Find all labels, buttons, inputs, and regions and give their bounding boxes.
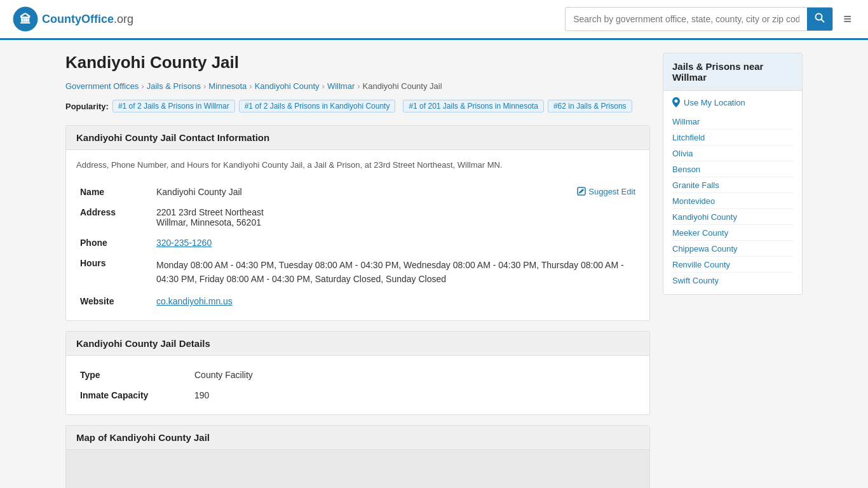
sidebar-body: Use My Location Willmar Litchfield Olivi… (663, 91, 802, 294)
search-button[interactable] (807, 8, 832, 30)
breadcrumb-current: Kandiyohi County Jail (363, 81, 442, 91)
map-section-header: Map of Kandiyohi County Jail (66, 426, 649, 450)
content-area: Kandiyohi County Jail Government Offices… (65, 53, 650, 488)
phone-label: Phone (76, 233, 153, 253)
search-input[interactable] (566, 9, 807, 29)
contact-description: Address, Phone Number, and Hours for Kan… (76, 159, 639, 172)
svg-line-3 (822, 20, 825, 23)
contact-info-table: Name Kandiyohi County Jail Suggest Edit (76, 182, 639, 312)
sidebar-link-2[interactable]: Olivia (672, 149, 693, 158)
header-right: ≡ (565, 7, 855, 31)
sidebar-link-5[interactable]: Montevideo (672, 196, 715, 206)
menu-button[interactable]: ≡ (839, 8, 855, 30)
details-section: Kandiyohi County Jail Details Type Count… (65, 331, 650, 415)
map-placeholder (66, 450, 649, 488)
pop-badge-1: #1 of 2 Jails & Prisons in Kandiyohi Cou… (239, 100, 396, 112)
list-item: Kandiyohi County (672, 209, 793, 225)
details-table: Type County Facility Inmate Capacity 190 (76, 365, 639, 405)
list-item: Montevideo (672, 193, 793, 209)
sidebar-link-9[interactable]: Renville County (672, 260, 730, 269)
address-value: 2201 23rd Street Northeast Willmar, Minn… (153, 202, 639, 233)
sidebar: Jails & Prisons near Willmar Use My Loca… (663, 53, 803, 488)
address-line2: Willmar, Minnesota, 56201 (156, 217, 635, 227)
sidebar-link-10[interactable]: Swift County (672, 276, 719, 285)
breadcrumb-link-minnesota[interactable]: Minnesota (208, 81, 247, 91)
capacity-value: 190 (191, 385, 639, 405)
main-wrapper: Kandiyohi County Jail Government Offices… (53, 40, 815, 488)
page-title: Kandiyohi County Jail (65, 53, 650, 72)
list-item: Litchfield (672, 130, 793, 146)
table-row-address: Address 2201 23rd Street Northeast Willm… (76, 202, 639, 233)
list-item: Granite Falls (672, 177, 793, 193)
hours-label: Hours (76, 253, 153, 292)
pop-badge-0: #1 of 2 Jails & Prisons in Willmar (112, 100, 235, 112)
svg-text:🏛: 🏛 (20, 13, 31, 26)
search-icon (815, 13, 825, 23)
logo-area: 🏛 CountyOffice.org (13, 6, 133, 32)
search-container (565, 7, 833, 31)
list-item: Renville County (672, 257, 793, 273)
popularity-bar: Popularity: #1 of 2 Jails & Prisons in W… (65, 100, 650, 112)
sidebar-card: Jails & Prisons near Willmar Use My Loca… (663, 53, 803, 295)
breadcrumb-link-jails[interactable]: Jails & Prisons (147, 81, 201, 91)
use-my-location[interactable]: Use My Location (672, 97, 793, 107)
name-value: Kandiyohi County Jail (156, 187, 242, 197)
website-label: Website (76, 291, 153, 311)
svg-point-2 (816, 14, 822, 20)
sidebar-link-3[interactable]: Benson (672, 165, 700, 174)
list-item: Benson (672, 161, 793, 177)
logo-text: CountyOffice.org (42, 13, 133, 26)
map-section: Map of Kandiyohi County Jail (65, 425, 650, 488)
details-section-body: Type County Facility Inmate Capacity 190 (66, 356, 649, 414)
pop-badge-2: #1 of 201 Jails & Prisons in Minnesota (403, 100, 543, 112)
website-value-cell: co.kandiyohi.mn.us (153, 291, 639, 311)
contact-section-body: Address, Phone Number, and Hours for Kan… (66, 150, 649, 320)
sidebar-link-1[interactable]: Litchfield (672, 133, 705, 142)
use-my-location-label: Use My Location (684, 98, 745, 107)
name-value-cell: Kandiyohi County Jail Suggest Edit (153, 182, 639, 202)
sidebar-header: Jails & Prisons near Willmar (663, 53, 802, 91)
contact-section-header: Kandiyohi County Jail Contact Informatio… (66, 126, 649, 150)
table-row-name: Name Kandiyohi County Jail Suggest Edit (76, 182, 639, 202)
address-label: Address (76, 202, 153, 233)
details-section-header: Kandiyohi County Jail Details (66, 332, 649, 356)
table-row-capacity: Inmate Capacity 190 (76, 385, 639, 405)
address-line1: 2201 23rd Street Northeast (156, 207, 635, 217)
website-link[interactable]: co.kandiyohi.mn.us (156, 296, 233, 306)
sidebar-link-0[interactable]: Willmar (672, 117, 700, 126)
sidebar-link-8[interactable]: Chippewa County (672, 244, 738, 254)
suggest-edit-icon (577, 187, 586, 196)
sidebar-link-6[interactable]: Kandiyohi County (672, 212, 737, 222)
list-item: Swift County (672, 273, 793, 288)
capacity-label: Inmate Capacity (76, 385, 191, 405)
contact-section: Kandiyohi County Jail Contact Informatio… (65, 125, 650, 321)
list-item: Chippewa County (672, 241, 793, 257)
list-item: Olivia (672, 146, 793, 161)
hours-value: Monday 08:00 AM - 04:30 PM, Tuesday 08:0… (153, 253, 639, 292)
type-label: Type (76, 365, 191, 385)
breadcrumb-link-kandiyohi-county[interactable]: Kandiyohi County (255, 81, 320, 91)
suggest-edit-button[interactable]: Suggest Edit (577, 187, 635, 196)
site-header: 🏛 CountyOffice.org ≡ (0, 0, 868, 40)
svg-point-12 (675, 100, 678, 103)
sidebar-link-4[interactable]: Granite Falls (672, 180, 719, 190)
sidebar-links: Willmar Litchfield Olivia Benson Granite… (672, 114, 793, 288)
sidebar-link-7[interactable]: Meeker County (672, 228, 728, 238)
location-pin-icon (672, 97, 680, 107)
list-item: Willmar (672, 114, 793, 130)
popularity-label: Popularity: (65, 102, 109, 111)
pop-badge-3: #62 in Jails & Prisons (548, 100, 632, 112)
list-item: Meeker County (672, 225, 793, 241)
type-value: County Facility (191, 365, 639, 385)
table-row-hours: Hours Monday 08:00 AM - 04:30 PM, Tuesda… (76, 253, 639, 292)
logo-icon: 🏛 (13, 6, 38, 32)
breadcrumb-link-willmar[interactable]: Willmar (327, 81, 355, 91)
table-row-website: Website co.kandiyohi.mn.us (76, 291, 639, 311)
breadcrumb-link-gov-offices[interactable]: Government Offices (65, 81, 139, 91)
table-row-phone: Phone 320-235-1260 (76, 233, 639, 253)
table-row-type: Type County Facility (76, 365, 639, 385)
phone-link[interactable]: 320-235-1260 (156, 238, 212, 248)
name-label: Name (76, 182, 153, 202)
breadcrumb: Government Offices › Jails & Prisons › M… (65, 81, 650, 91)
phone-value-cell: 320-235-1260 (153, 233, 639, 253)
